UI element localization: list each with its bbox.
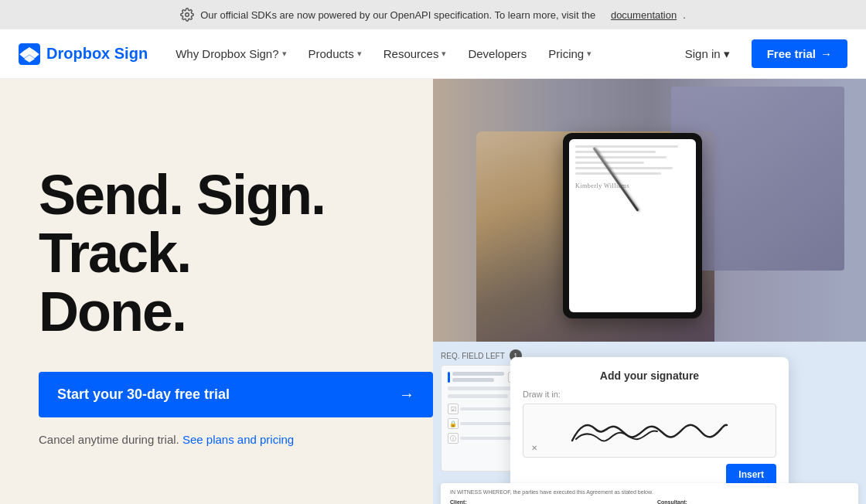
hero-section: Send. Sign.Track.Done. Start your 30-day…	[0, 79, 866, 504]
arrow-right-icon: →	[820, 47, 832, 60]
signature-dialog: Add your signature Draw it in: ✕ Insert	[510, 357, 789, 498]
navbar: Dropbox Sign Why Dropbox Sign? ▾ Product…	[0, 29, 866, 79]
consultant-label: Consultant:	[657, 499, 849, 504]
sig-insert-button[interactable]: Insert	[726, 464, 776, 485]
sig-draw-area[interactable]: ✕	[523, 404, 776, 458]
nav-item-why[interactable]: Why Dropbox Sign? ▾	[166, 41, 295, 66]
sign-in-button[interactable]: Sign in ▾	[673, 41, 742, 67]
arrow-right-icon: →	[399, 386, 414, 404]
svg-point-0	[186, 13, 189, 17]
fields-left-badge: REQ. FIELD LEFT 1	[441, 349, 522, 362]
consultant-col: Consultant: Click to sign	[657, 499, 849, 504]
announcement-bar: Our official SDKs are now powered by our…	[0, 0, 866, 29]
announcement-link[interactable]: documentation	[611, 9, 677, 21]
nav-actions: Sign in ▾ Free trial →	[673, 39, 847, 68]
cta-button[interactable]: Start your 30-day free trial →	[39, 372, 433, 417]
nav-item-resources[interactable]: Resources ▾	[374, 41, 456, 66]
chevron-down-icon: ▾	[724, 47, 730, 61]
witness-text: IN WITNESS WHEREOF, the parties have exe…	[450, 489, 849, 495]
hero-right: Kimberly Williams REQ. FIELD LEFT 1	[433, 79, 866, 504]
client-col: Client: William Jackson	[450, 499, 642, 504]
logo-text: Dropbox Sign	[46, 45, 148, 63]
hero-left: Send. Sign.Track.Done. Start your 30-day…	[0, 79, 433, 504]
signature-preview	[564, 410, 735, 452]
document-preview: IN WITNESS WHEREOF, the parties have exe…	[441, 483, 858, 504]
sig-dialog-title: Add your signature	[523, 369, 776, 382]
hero-photo: Kimberly Williams	[433, 79, 866, 342]
announcement-period: .	[683, 9, 686, 21]
sig-draw-label: Draw it in:	[523, 390, 776, 399]
hero-signature-panel: REQ. FIELD LEFT 1 ✉ ☑	[433, 342, 866, 504]
client-label: Client:	[450, 499, 642, 504]
sig-clear-button[interactable]: ✕	[531, 444, 537, 452]
announcement-text: Our official SDKs are now powered by our…	[200, 9, 595, 21]
doc-sig-row: Client: William Jackson Consultant: Clic…	[450, 499, 849, 504]
chevron-down-icon: ▾	[587, 49, 592, 59]
dropbox-logo-icon	[19, 43, 40, 65]
photo-background: Kimberly Williams	[433, 79, 866, 342]
logo[interactable]: Dropbox Sign	[19, 43, 148, 65]
nav-links: Why Dropbox Sign? ▾ Products ▾ Resources…	[166, 41, 667, 66]
chevron-down-icon: ▾	[442, 49, 446, 59]
plans-pricing-link[interactable]: See plans and pricing	[182, 433, 294, 446]
nav-item-developers[interactable]: Developers	[459, 41, 536, 66]
chevron-down-icon: ▾	[357, 49, 362, 59]
nav-item-pricing[interactable]: Pricing ▾	[539, 41, 601, 66]
gear-icon	[180, 8, 194, 22]
cancel-text: Cancel anytime during trial. See plans a…	[39, 433, 394, 446]
nav-item-products[interactable]: Products ▾	[299, 41, 371, 66]
chevron-down-icon: ▾	[282, 49, 287, 59]
free-trial-nav-button[interactable]: Free trial →	[752, 39, 847, 68]
hero-headline: Send. Sign.Track.Done.	[39, 166, 394, 342]
